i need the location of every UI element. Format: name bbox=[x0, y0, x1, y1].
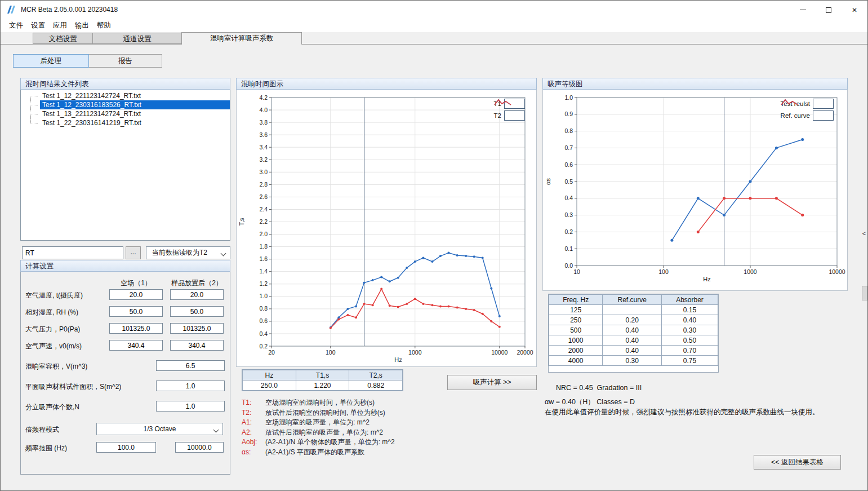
table-row[interactable]: 10000.400.50 bbox=[549, 335, 718, 346]
svg-text:3.8: 3.8 bbox=[259, 119, 268, 126]
tab-channel-settings[interactable]: 通道设置 bbox=[92, 33, 182, 44]
note-key: T2: bbox=[242, 408, 265, 418]
table-row[interactable]: 1250.15 bbox=[549, 305, 718, 315]
close-button[interactable]: ✕ bbox=[842, 1, 867, 19]
main-tabstrip: 文档设置 通道设置 混响室计算吸声系数 bbox=[1, 32, 867, 45]
table-row[interactable]: 5000.400.30 bbox=[549, 325, 718, 335]
collapse-left-icon: < bbox=[862, 230, 866, 237]
table-row[interactable]: 20000.400.70 bbox=[549, 346, 718, 356]
pressure-field-1[interactable] bbox=[109, 323, 163, 334]
octave-mode-combobox[interactable]: 1/3 Octave bbox=[96, 423, 223, 435]
svg-text:100: 100 bbox=[326, 349, 336, 356]
file-name: Test 1_22_230316141219_RT.txt bbox=[40, 118, 230, 127]
svg-text:1000: 1000 bbox=[744, 268, 757, 275]
air-temp-field-2[interactable] bbox=[170, 289, 224, 300]
absorption-calc-button[interactable]: 吸声计算 >> bbox=[447, 375, 537, 390]
rt-chart-canvas[interactable]: 0.20.40.60.81.01.21.41.61.82.02.22.42.62… bbox=[237, 90, 537, 367]
back-to-results-button[interactable]: << 返回结果表格 bbox=[754, 455, 841, 470]
note-text: (A2-A1)/N 单个物体的吸声量，单位为: m^2 bbox=[265, 437, 395, 448]
file-item[interactable]: Test 1_12_221123142724_RT.txt bbox=[21, 91, 230, 100]
tab-document-settings[interactable]: 文档设置 bbox=[33, 33, 93, 44]
note-key: αs: bbox=[242, 448, 265, 458]
absorber-count-field[interactable] bbox=[156, 401, 225, 412]
table-cell: 4000 bbox=[549, 356, 603, 366]
menu-item-application[interactable]: 应用 bbox=[49, 19, 71, 32]
subtab-postprocess[interactable]: 后处理 bbox=[13, 54, 89, 68]
note-text: 放试件后混响室的吸声量，单位为: m^2 bbox=[265, 428, 383, 438]
file-item[interactable]: Test 1_12_230316183526_RT.txt bbox=[21, 100, 230, 109]
splitter-handle[interactable] bbox=[862, 286, 867, 300]
field-label-sample-area: 平面吸声材料试件面积，S(m^2) bbox=[25, 382, 121, 392]
maximize-icon bbox=[826, 7, 831, 13]
table-row[interactable]: 40000.300.75 bbox=[549, 356, 718, 366]
sound-speed-field-1[interactable] bbox=[109, 340, 163, 351]
table-cell: 0.40 bbox=[603, 335, 662, 346]
rt-value-table: HzT1,sT2,s250.01.2200.882 bbox=[242, 369, 403, 391]
svg-text:Hz: Hz bbox=[394, 356, 402, 363]
menu-item-output[interactable]: 输出 bbox=[71, 19, 93, 32]
collapse-panel-handle[interactable]: < bbox=[861, 226, 867, 241]
tree-connector bbox=[21, 109, 40, 118]
svg-text:0.6: 0.6 bbox=[564, 161, 573, 168]
room-volume-field[interactable] bbox=[156, 360, 225, 371]
minimize-button[interactable] bbox=[790, 1, 816, 19]
svg-text:1.2: 1.2 bbox=[259, 280, 268, 287]
svg-text:0.2: 0.2 bbox=[564, 228, 573, 235]
subtab-report[interactable]: 报告 bbox=[88, 54, 162, 68]
svg-text:100: 100 bbox=[658, 268, 669, 275]
freq-min-field[interactable] bbox=[96, 442, 156, 453]
data-table: HzT1,sT2,s250.01.2200.882 bbox=[242, 370, 403, 391]
file-item[interactable]: Test 1_13_221123142724_RT.txt bbox=[21, 109, 230, 118]
browse-button[interactable]: ... bbox=[126, 246, 141, 259]
tab-reverb-absorption[interactable]: 混响室计算吸声系数 bbox=[181, 32, 302, 45]
svg-text:2.8: 2.8 bbox=[259, 181, 268, 188]
file-name: Test 1_13_221123142724_RT.txt bbox=[40, 109, 230, 118]
minimize-icon bbox=[800, 10, 806, 10]
note-row: Aobj:(A2-A1)/N 单个物体的吸声量，单位为: m^2 bbox=[242, 437, 395, 448]
data-mode-combobox[interactable]: 当前数据读取为T2 bbox=[146, 246, 230, 259]
rt-name-input[interactable] bbox=[22, 246, 123, 259]
freq-max-field[interactable] bbox=[175, 442, 224, 453]
file-list[interactable]: Test 1_12_221123142724_RT.txtTest 1_12_2… bbox=[20, 90, 230, 241]
file-name: Test 1_12_221123142724_RT.txt bbox=[40, 91, 230, 100]
svg-text:1.8: 1.8 bbox=[259, 243, 268, 250]
menu-item-file[interactable]: 文件 bbox=[5, 19, 27, 32]
table-cell: 0.30 bbox=[661, 325, 718, 335]
svg-text:3.0: 3.0 bbox=[259, 169, 268, 175]
menu-item-help[interactable]: 帮助 bbox=[93, 19, 115, 32]
humidity-field-2[interactable] bbox=[170, 306, 224, 317]
svg-text:0.5: 0.5 bbox=[564, 178, 573, 185]
table-cell: 0.882 bbox=[349, 381, 403, 391]
table-header: T1,s bbox=[296, 370, 349, 381]
file-item[interactable]: Test 1_22_230316141219_RT.txt bbox=[21, 118, 230, 127]
svg-text:0.3: 0.3 bbox=[564, 211, 573, 218]
maximize-button[interactable] bbox=[816, 1, 842, 19]
sound-speed-field-2[interactable] bbox=[170, 340, 224, 351]
absorption-panel-title: 吸声等级图 bbox=[542, 78, 848, 90]
table-row[interactable]: 250.01.2200.882 bbox=[243, 381, 403, 391]
field-label-pressure: 大气压力，P0(Pa) bbox=[25, 325, 80, 334]
note-row: A2:放试件后混响室的吸声量，单位为: m^2 bbox=[242, 428, 395, 438]
svg-text:0.6: 0.6 bbox=[259, 317, 268, 324]
legend-line-icon bbox=[504, 110, 525, 121]
table-header: Freq. Hz bbox=[549, 295, 603, 305]
svg-text:20: 20 bbox=[268, 349, 275, 356]
sample-area-field[interactable] bbox=[156, 381, 225, 391]
svg-text:0.8: 0.8 bbox=[564, 127, 573, 134]
tree-connector bbox=[21, 118, 40, 127]
air-temp-field-1[interactable] bbox=[109, 289, 163, 300]
note-text: (A2-A1)/S 平面吸声体的吸声系数 bbox=[265, 448, 364, 458]
note-text: 空场混响室的混响时间，单位为秒(s) bbox=[265, 398, 375, 408]
field-label-freq-range: 频率范围 (Hz) bbox=[25, 444, 67, 453]
pressure-field-2[interactable] bbox=[170, 323, 224, 334]
humidity-field-1[interactable] bbox=[109, 306, 163, 317]
table-row[interactable]: 2500.200.40 bbox=[549, 315, 718, 325]
absorption-chart-legend: Test reulst Ref. curve bbox=[781, 99, 834, 121]
menu-item-settings[interactable]: 设置 bbox=[27, 19, 49, 32]
menubar: 文件 设置 应用 输出 帮助 bbox=[1, 19, 867, 32]
field-label-absorber-count: 分立吸声体个数,N bbox=[25, 402, 79, 412]
chevron-down-icon bbox=[213, 427, 219, 433]
close-icon: ✕ bbox=[852, 6, 857, 14]
svg-text:2.2: 2.2 bbox=[259, 218, 268, 225]
rt-chart-panel-title: 混响时间图示 bbox=[236, 78, 537, 90]
